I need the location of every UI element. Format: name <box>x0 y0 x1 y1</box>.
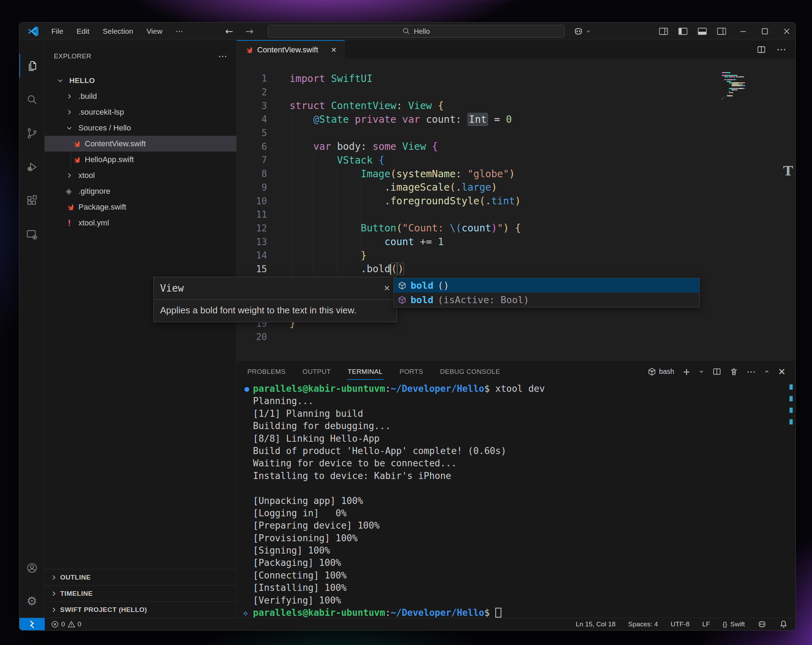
tree-item-xtool[interactable]: xtool <box>45 168 237 183</box>
suggestion-detail: (isActive: Bool) <box>438 294 529 305</box>
warning-count: 0 <box>78 621 82 628</box>
activity-explorer-button[interactable] <box>19 49 44 82</box>
line-number: 2 <box>237 87 267 98</box>
panel-tab-debug-console[interactable]: DEBUG CONSOLE <box>440 366 501 377</box>
notifications-bell-icon[interactable] <box>779 620 788 628</box>
editor-tabbar: ContentView.swift ✕ ⋯ <box>237 40 795 59</box>
command-center-search[interactable]: Hello <box>268 25 565 38</box>
tree-item-label: Sources / Hello <box>78 124 131 133</box>
close-window-button[interactable] <box>783 27 791 35</box>
code-line-4: 4 @State private var count: Int = 0 <box>237 113 795 126</box>
line-number: 1 <box>237 73 267 84</box>
kill-terminal-trash-icon[interactable] <box>730 367 738 376</box>
customize-layout-icon[interactable] <box>659 27 668 35</box>
status-cursor-position[interactable]: Ln 15, Col 18 <box>576 621 616 628</box>
terminal-cursor <box>495 608 501 618</box>
tree-item-hello[interactable]: HELLO <box>45 72 237 88</box>
activity-account-button[interactable] <box>19 552 44 584</box>
tree-item-sourcekit-lsp[interactable]: .sourcekit-lsp <box>45 104 237 120</box>
copilot-status-icon[interactable] <box>757 620 766 629</box>
menu-selection[interactable]: Selection <box>96 23 140 40</box>
split-editor-icon[interactable] <box>757 45 766 54</box>
suggestion-match: bold <box>411 280 433 291</box>
menu-file[interactable]: File <box>45 23 70 40</box>
run-debug-icon <box>26 161 38 173</box>
toggle-secondary-sidebar-icon[interactable] <box>717 27 726 35</box>
sidebar-section-swift-project-hello[interactable]: SWIFT PROJECT (HELLO) <box>45 601 237 618</box>
activity-settings-button[interactable]: ⚙ <box>19 584 44 618</box>
minimize-button[interactable] <box>739 27 748 35</box>
tree-item-contentview-swift[interactable]: ContentView.swift <box>45 136 237 152</box>
status-language-mode[interactable]: {} Swift <box>723 621 745 628</box>
chevron-right-icon <box>50 574 57 581</box>
split-terminal-icon[interactable] <box>713 367 721 376</box>
nav-back-button[interactable]: ← <box>225 23 233 40</box>
terminal-shell-icon <box>648 367 656 376</box>
activity-tool-window-button[interactable] <box>19 218 44 252</box>
toggle-panel-icon[interactable] <box>698 27 707 35</box>
panel-tab-ports[interactable]: PORTS <box>399 366 424 377</box>
code-line-13: 13 count += 1 <box>237 235 795 249</box>
copilot-menu[interactable] <box>574 23 591 40</box>
activity-source-control-button[interactable] <box>19 116 44 150</box>
status-indentation[interactable]: Spaces: 4 <box>628 621 658 628</box>
panel-more-actions-icon[interactable]: ⋯ <box>746 366 756 377</box>
status-eol[interactable]: LF <box>702 621 710 628</box>
swift-file-icon <box>244 46 253 54</box>
chevron-down-icon <box>56 77 69 84</box>
tree-item-xtool-yml[interactable]: !xtool.yml <box>45 215 237 231</box>
text-artifact-t: T <box>783 163 793 178</box>
status-problems[interactable]: 0 0 <box>51 621 81 628</box>
maximize-button[interactable] <box>761 27 769 35</box>
line-content: @State private var count: Int = 0 <box>290 114 512 125</box>
panel-tab-problems[interactable]: PROBLEMS <box>247 366 286 377</box>
panel-tab-terminal[interactable]: TERMINAL <box>347 366 383 377</box>
code-line-1: 1import SwiftUI <box>237 72 795 85</box>
terminal-scroll-mark <box>789 408 793 413</box>
close-panel-icon[interactable]: ✕ <box>778 366 786 377</box>
terminal-line: Build of product 'Hello-App' complete! (… <box>253 445 795 457</box>
tree-item-helloapp-swift[interactable]: HelloApp.swift <box>45 152 237 168</box>
sidebar-section-timeline[interactable]: TIMELINE <box>45 585 237 601</box>
sidebar-section-label: TIMELINE <box>60 590 93 598</box>
tree-item-package-swift[interactable]: Package.swift <box>45 199 237 215</box>
git-icon: ◈ <box>66 187 78 195</box>
suggestion-bold-isactive-bool[interactable]: bold(isActive: Bool) <box>394 293 699 307</box>
panel-tab-output[interactable]: OUTPUT <box>302 366 332 377</box>
tree-indent-guide <box>71 136 71 152</box>
tree-item-label: .sourcekit-lsp <box>78 108 124 117</box>
line-number: 20 <box>237 332 267 342</box>
terminal-picker-chevron-icon[interactable] <box>699 369 704 374</box>
maximize-panel-chevron-icon[interactable] <box>764 369 769 374</box>
editor-more-actions-icon[interactable]: ⋯ <box>777 44 786 55</box>
nav-forward-button[interactable]: → <box>246 23 254 40</box>
suggestion-bold[interactable]: bold() <box>394 278 699 293</box>
line-content: struct ContentView: View { <box>290 100 444 111</box>
remote-indicator[interactable] <box>19 618 45 630</box>
tab-contentview-swift[interactable]: ContentView.swift ✕ <box>237 40 345 59</box>
line-content: .foregroundStyle(.tint) <box>290 195 521 207</box>
tree-item-gitignore[interactable]: ◈.gitignore <box>45 183 237 199</box>
line-content: var body: some View { <box>290 141 438 152</box>
hover-close-icon[interactable]: ✕ <box>384 284 390 293</box>
new-terminal-button[interactable]: + <box>682 366 690 377</box>
menu-edit[interactable]: Edit <box>70 23 96 40</box>
tree-item-build[interactable]: .build <box>45 88 237 104</box>
activity-run-debug-button[interactable] <box>19 150 44 184</box>
swift-icon <box>66 203 78 211</box>
tree-indent-guide <box>71 152 71 168</box>
explorer-more-actions-button[interactable]: ⋯ <box>218 51 227 62</box>
menu-view[interactable]: View <box>140 23 169 40</box>
status-encoding[interactable]: UTF-8 <box>670 621 690 628</box>
tree-item-sources-hello[interactable]: Sources / Hello <box>45 120 237 136</box>
tab-close-icon[interactable]: ✕ <box>331 46 337 54</box>
sidebar-section-outline[interactable]: OUTLINE <box>45 569 237 585</box>
toggle-primary-sidebar-icon[interactable] <box>678 27 687 35</box>
line-number: 7 <box>237 155 267 165</box>
line-content: Button("Count: \(count)") { <box>290 222 521 234</box>
terminal-output[interactable]: ●parallels@kabir-ubuntuvm:~/Developer/He… <box>237 383 795 618</box>
activity-extensions-button[interactable] <box>19 184 44 218</box>
activity-search-button[interactable] <box>19 82 44 116</box>
shell-chip[interactable]: bash <box>648 367 674 376</box>
menu-overflow[interactable]: ⋯ <box>169 23 190 40</box>
